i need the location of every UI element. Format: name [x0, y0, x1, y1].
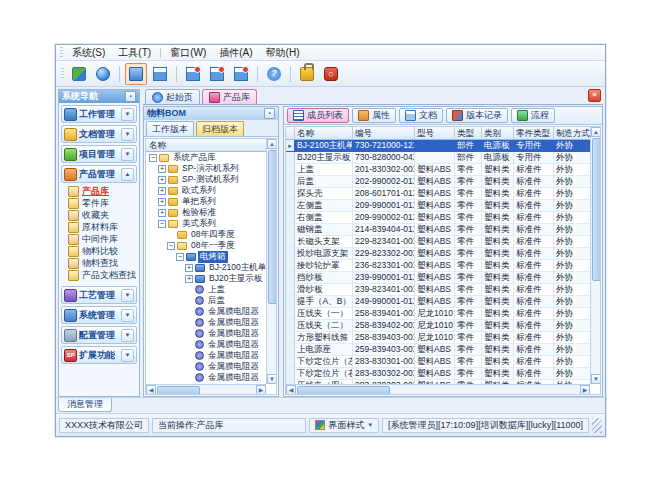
table-vertical-scrollbar[interactable]: ▲ ▼: [590, 127, 600, 384]
tree-node[interactable]: +BJ20主显示板: [146, 273, 266, 284]
tree-node[interactable]: 金属膜电阻器: [146, 328, 266, 339]
table-row[interactable]: 上盖201-830302-00X塑料ABS零件塑料类标准件外协条: [286, 164, 600, 176]
scroll-up-icon[interactable]: ▲: [267, 139, 277, 149]
table-row[interactable]: 压线夹（一）258-839401-00X尼龙1010零件塑料类标准件外协条: [286, 308, 600, 320]
tree-node[interactable]: 金属膜电阻器: [146, 361, 266, 372]
column-header[interactable]: 类型: [455, 127, 482, 140]
table-row[interactable]: 后盖202-990002-01X塑料ABS零件塑料类标准件外协条: [286, 176, 600, 188]
table-row[interactable]: 接纱轮护罩236-823301-00X塑料ABS零件塑料类标准件外协条: [286, 260, 600, 272]
chevron-down-icon[interactable]: ▼: [121, 108, 134, 121]
table-row[interactable]: 下纱定位片（左）283-830301-00X塑料ABS零件塑料类标准件外协条: [286, 356, 600, 368]
power-button[interactable]: ○: [320, 63, 342, 85]
column-header[interactable]: 编号: [353, 127, 415, 140]
tree-node[interactable]: 金属膜电阻器: [146, 317, 266, 328]
detail-tab-member-list[interactable]: 成员列表: [287, 108, 349, 123]
table-row[interactable]: 探头壳208-601701-01X塑料ABS零件塑料类标准件外协条: [286, 188, 600, 200]
folder-open-button[interactable]: [125, 63, 147, 85]
sidebar-item-part-lib[interactable]: 零件库: [59, 197, 139, 209]
tree-node[interactable]: −美式系列: [146, 218, 266, 229]
scroll-left-icon[interactable]: ◀: [286, 385, 296, 395]
chevron-down-icon[interactable]: ▼: [121, 128, 134, 141]
close-tab-button[interactable]: ×: [588, 89, 601, 102]
detail-tab-properties[interactable]: 属性: [352, 108, 396, 123]
collapse-icon[interactable]: −: [167, 242, 175, 250]
column-header[interactable]: 类别: [482, 127, 514, 140]
expand-icon[interactable]: +: [158, 165, 166, 173]
expand-icon[interactable]: +: [185, 264, 193, 272]
expand-icon[interactable]: +: [158, 176, 166, 184]
tree-node[interactable]: 08年四季度: [146, 229, 266, 240]
table-row[interactable]: 长磁头支架229-823401-00X塑料ABS零件塑料类标准件外协条: [286, 236, 600, 248]
message-button[interactable]: [182, 63, 204, 85]
table-row[interactable]: 上电源座259-839403-00X塑料ABS零件塑料类标准件外协条: [286, 344, 600, 356]
scroll-down-icon[interactable]: ▼: [267, 374, 277, 384]
tree-node[interactable]: 金属膜电阻器: [146, 339, 266, 350]
table-row[interactable]: 滑纱板239-823401-00X塑料ABS零件塑料类标准件外协条: [286, 284, 600, 296]
tree-node[interactable]: +单把系列: [146, 196, 266, 207]
tree-node[interactable]: +SP-测试机系列: [146, 174, 266, 185]
sidebar-group-system[interactable]: 系统管理▼: [61, 306, 137, 324]
menu-item-help[interactable]: 帮助(H): [260, 46, 306, 60]
sidebar-group-ext[interactable]: SP扩展功能▼: [61, 346, 137, 364]
chevron-down-icon[interactable]: ▼: [121, 349, 134, 362]
tree-column-header[interactable]: 名称: [146, 139, 266, 152]
detail-tab-version-history[interactable]: 版本记录: [446, 108, 508, 123]
detail-tab-documents[interactable]: 文档: [399, 108, 443, 123]
resize-grip[interactable]: [592, 418, 602, 433]
tree-node[interactable]: +BJ-2100主机单点: [146, 262, 266, 273]
table-row[interactable]: 压线夹（二）258-839402-00X尼龙1010零件塑料类标准件外协条: [286, 320, 600, 332]
sidebar-item-intermediate-lib[interactable]: 中间件库: [59, 233, 139, 245]
scrollbar-thumb[interactable]: [297, 386, 390, 395]
sidebar-item-material-compare[interactable]: 物料比较: [59, 245, 139, 257]
sidebar-group-work[interactable]: 工作管理▼: [61, 105, 137, 123]
sidebar-group-product[interactable]: 产品管理▲: [61, 165, 137, 183]
table-row[interactable]: 左侧盖209-990001-01X塑料ABS零件塑料类标准件外协条: [286, 200, 600, 212]
sidebar-group-craft[interactable]: 工艺管理▼: [61, 286, 137, 304]
windows-button[interactable]: [149, 63, 171, 85]
tree-node[interactable]: 金属膜电阻器: [146, 372, 266, 383]
sidebar-group-project[interactable]: 项目管理▼: [61, 145, 137, 163]
tree-horizontal-scrollbar[interactable]: ◀ ▶: [146, 384, 266, 394]
tree-node[interactable]: 后盖: [146, 295, 266, 306]
table-row[interactable]: 投纱电源支架229-823302-00X塑料ABS零件塑料类标准件外协条: [286, 248, 600, 260]
sidebar-item-product-lib[interactable]: 产品库: [59, 185, 139, 197]
column-header[interactable]: 制造方式: [554, 127, 592, 140]
task-button[interactable]: [230, 63, 252, 85]
tree-node[interactable]: −08年一季度: [146, 240, 266, 251]
table-horizontal-scrollbar[interactable]: ◀ ▶: [286, 384, 590, 394]
table-row[interactable]: 下纱定位片（右）283-830302-00X塑料ABS零件塑料类标准件外协条: [286, 368, 600, 380]
scroll-up-icon[interactable]: ▲: [591, 127, 601, 137]
globe-button[interactable]: [92, 63, 114, 85]
notify-button[interactable]: [206, 63, 228, 85]
chevron-down-icon[interactable]: ▼: [121, 329, 134, 342]
tree-node[interactable]: +检验标准: [146, 207, 266, 218]
scrollbar-thumb[interactable]: [157, 386, 200, 395]
scroll-left-icon[interactable]: ◀: [146, 385, 156, 395]
scroll-down-icon[interactable]: ▼: [591, 374, 601, 384]
chevron-down-icon[interactable]: ▼: [121, 148, 134, 161]
scroll-right-icon[interactable]: ▶: [256, 385, 266, 395]
sidebar-item-raw-material-lib[interactable]: 原材料库: [59, 221, 139, 233]
scrollbar-thumb[interactable]: [592, 138, 601, 281]
sidebar-item-favorites[interactable]: 收藏夹: [59, 209, 139, 221]
table-row[interactable]: 磁钢盖214-839404-01X塑料ABS零件塑料类标准件外协条: [286, 224, 600, 236]
tree-node[interactable]: −系统产品库: [146, 152, 266, 163]
tree-vertical-scrollbar[interactable]: ▲ ▼: [266, 139, 276, 384]
tree-node[interactable]: −电烤箱: [146, 251, 266, 262]
column-header[interactable]: 型号: [415, 127, 455, 140]
sidebar-item-material-search[interactable]: 物料查找: [59, 257, 139, 269]
table-row[interactable]: 挡纱板239-990001-01X塑料ABS零件塑料类标准件外协条: [286, 272, 600, 284]
chevron-up-icon[interactable]: ▲: [121, 168, 134, 181]
menu-item-tools[interactable]: 工具(T): [112, 46, 157, 60]
chevron-down-icon[interactable]: ▼: [121, 289, 134, 302]
sidebar-group-config[interactable]: 配置管理▼: [61, 326, 137, 344]
tree-node[interactable]: 金属膜电阻器: [146, 350, 266, 361]
menu-item-system[interactable]: 系统(S): [66, 46, 111, 60]
collapse-icon[interactable]: −: [149, 154, 157, 162]
tab-product-lib[interactable]: 产品库: [202, 89, 257, 104]
table-row[interactable]: 右侧盖209-990002-01X塑料ABS零件塑料类标准件外协条: [286, 212, 600, 224]
version-tab-archived[interactable]: 归档版本: [196, 121, 244, 136]
scrollbar-thumb[interactable]: [268, 150, 277, 304]
table-row[interactable]: 提手（A、B）249-990001-01X塑料ABS零件塑料类标准件外协条: [286, 296, 600, 308]
menu-item-window[interactable]: 窗口(W): [164, 46, 212, 60]
